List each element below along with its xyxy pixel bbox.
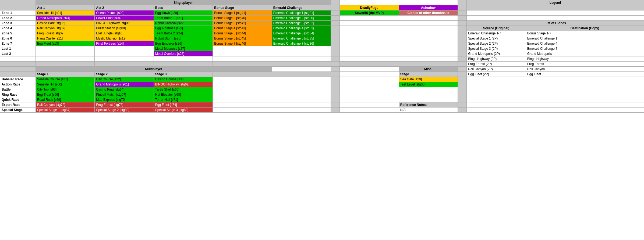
clone-row7-dest: Rail Canyon xyxy=(526,67,644,72)
misc-header-cell1 xyxy=(340,67,399,72)
ring-label: Ring Race xyxy=(0,92,36,97)
last1-label: Last 1 xyxy=(0,46,36,51)
quick-misc-empty xyxy=(340,97,399,102)
battle-misc2-empty xyxy=(399,87,458,92)
battle-s1: City Top [s63] xyxy=(36,87,95,92)
sr6 xyxy=(272,62,331,67)
clone-r9-empty2 xyxy=(526,77,644,82)
special-e1 xyxy=(213,108,272,113)
last2-act2 xyxy=(95,51,154,56)
battle-misc-empty xyxy=(340,87,399,92)
zone6-act2: Mystic Mansion [s12] xyxy=(95,36,154,41)
sp-boss-header: Boss xyxy=(154,5,213,10)
spacer1 xyxy=(331,0,340,5)
clone-row0-source: Emerald Challenge 1-7 xyxy=(467,31,526,36)
clone-row8-source: Egg Fleet (2P) xyxy=(467,72,526,77)
expert-label: Expert Race xyxy=(0,102,36,108)
zone3-emerald: Emerald Challenge 3 [stg82] xyxy=(272,21,331,26)
zone2-emerald: Emerald Challenge 2 [stg80] xyxy=(272,16,331,21)
clone-row0-dest: Bonus Stage 1-7 xyxy=(526,31,644,36)
clone-r14-empty2 xyxy=(526,102,644,108)
expert-e1 xyxy=(213,102,272,108)
sp-col-headers: Act 1 Act 2 Boss Bonus Stage Emerald Cha… xyxy=(0,5,644,10)
spacer31 xyxy=(331,82,340,87)
zone6-label: Zone 6 xyxy=(0,36,36,41)
ring-s2: Pinball Match [stg67] xyxy=(95,92,154,97)
spacer11 xyxy=(331,26,340,31)
mp-empty-col xyxy=(0,72,36,77)
sr8 xyxy=(340,62,399,67)
zone7-boss: Egg Emperor [s26] xyxy=(154,41,213,46)
bobsled-s3: Casino Course [s33] xyxy=(154,77,213,82)
special-label: Special Stage xyxy=(0,108,36,113)
action-label: Action Race xyxy=(0,82,36,87)
battle-e1 xyxy=(213,87,272,92)
sp-emerald-header: Emerald Challenge xyxy=(272,5,331,10)
empty-r5 xyxy=(213,56,272,62)
zone3-label: Zone 3 xyxy=(0,21,36,26)
sp-empty-col xyxy=(0,5,36,10)
legend-purple-cell: Ashudow xyxy=(399,5,458,10)
bobsled-s1: Seaside Course [s31] xyxy=(36,77,95,82)
spacer24 xyxy=(458,56,467,62)
last2-boss: Metal Overlord [s28] xyxy=(154,51,213,56)
zone6-emerald: Emerald Challenge 6 [stg85] xyxy=(272,36,331,41)
legend-row1-empty xyxy=(467,10,644,16)
spacer4 xyxy=(458,5,467,10)
expert-e2 xyxy=(272,102,331,108)
clone-row5-dest: Bingo Highway xyxy=(526,56,644,62)
mp-empty xyxy=(0,67,36,72)
clone-row1-source: Special Stage 1 (2P) xyxy=(467,36,526,41)
ring-misc-empty xyxy=(340,92,399,97)
action-e1 xyxy=(213,82,272,87)
spacer15 xyxy=(331,36,340,41)
expert-s1: Rail Canyon [stg72] xyxy=(36,102,95,108)
clone-dest-header: Destination (Copy) xyxy=(526,26,644,31)
spacer34 xyxy=(458,87,467,92)
ring-s1: Egg Treat [s66] xyxy=(36,92,95,97)
zone5-boss: Team Battle 2 [s24] xyxy=(154,31,213,36)
action-s3: BINGO Highway [stg62] xyxy=(154,82,213,87)
spacer26 xyxy=(458,67,467,72)
clone-r13-empty2 xyxy=(526,97,644,102)
zone4-row: Zone 4 Rail Canyon [stg07] Bullet Statio… xyxy=(0,26,644,31)
ring-e1 xyxy=(213,92,272,97)
last1-bonus xyxy=(213,46,272,51)
special-s3: Special Stage 3 [stg89] xyxy=(154,108,213,113)
action-misc-empty xyxy=(340,82,399,87)
empty-legend-r7 xyxy=(340,41,458,46)
misc-header-cell: Misc. xyxy=(399,67,458,72)
quick-s1: Road Rock [s69] xyxy=(36,97,95,102)
quick-s2: Mad Express [stg70] xyxy=(95,97,154,102)
spacer7 xyxy=(331,16,340,21)
expert-s2: Frog Forest [stg73] xyxy=(95,102,154,108)
battle-label: Battle xyxy=(0,87,36,92)
ring-e2 xyxy=(272,92,331,97)
misc-empty xyxy=(340,72,399,77)
zone4-act2: Bullet Station [stg08] xyxy=(95,26,154,31)
spacer36 xyxy=(458,92,467,97)
spacer21 xyxy=(331,51,340,56)
ring-misc2-empty xyxy=(399,92,458,97)
zone1-emerald: Emerald Challenge 1 [stg81] xyxy=(272,10,331,16)
spacer30 xyxy=(458,77,467,82)
clone-row5-source: Bingo Highway (2P) xyxy=(467,56,526,62)
spacer18 xyxy=(458,41,467,46)
clone-r12-empty2 xyxy=(526,92,644,97)
clone-r15-empty1 xyxy=(467,108,526,113)
clone-r14-empty1 xyxy=(467,102,526,108)
mp-s2-header: Stage 2 xyxy=(95,72,154,77)
zone6-boss: Robot Storm [s25] xyxy=(154,36,213,41)
zone1-act1: Seaside Hill [s01] xyxy=(36,10,95,16)
zone2-row: Zone 2 Grand Metropolis [s03] Power Plan… xyxy=(0,16,644,21)
zone3-act2: BINGO Highway [stg06] xyxy=(95,21,154,26)
clone-row8-dest: Egg Fleet xyxy=(526,72,644,77)
ref-label-cell xyxy=(340,102,399,108)
seagate-cell: Sea Gate [s29] xyxy=(399,77,458,82)
zone1-bonus: Bonus Stage 1 [stg41] xyxy=(213,10,272,16)
battle-s3: Turtle Shell [s65] xyxy=(154,87,213,92)
spacer3 xyxy=(331,5,340,10)
special-s2: Special Stage 2 [stg88] xyxy=(95,108,154,113)
empty-r6 xyxy=(272,56,331,62)
spacer19 xyxy=(331,46,340,51)
